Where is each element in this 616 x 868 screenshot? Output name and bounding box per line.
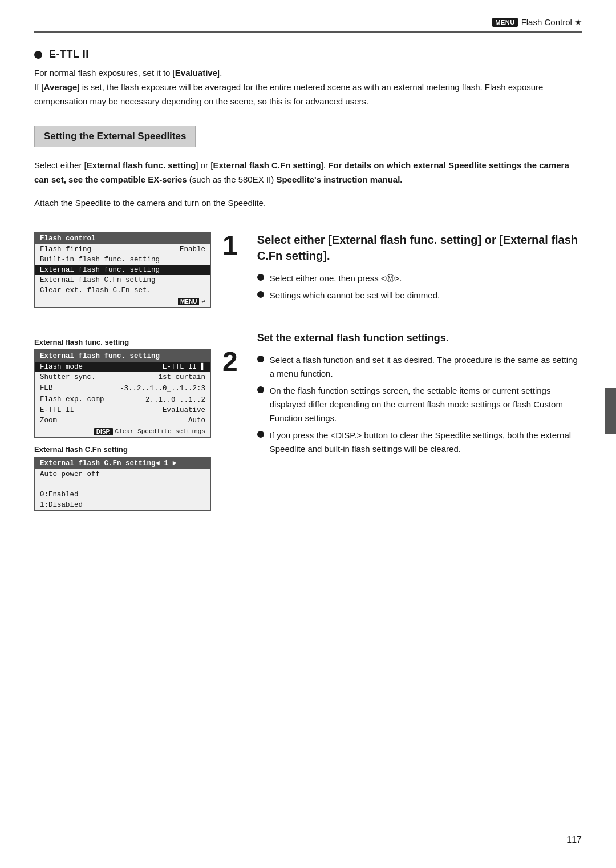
- label-flash-func: External flash func. setting: [34, 338, 211, 346]
- step1-number: 1: [222, 232, 238, 259]
- lcd3-row4: 1:Disabled: [35, 500, 210, 510]
- step2-bullet1-text: Select a flash function and set it as de…: [270, 353, 582, 381]
- lcd3-row3-label: 0:Enabled: [40, 491, 79, 499]
- lcd1-row2-label: Built-in flash func. setting: [40, 256, 160, 264]
- lcd2-footer: DISP. Clear Speedlite settings: [35, 426, 210, 437]
- step1-bullet1: Select either one, then press <Ⓜ>.: [257, 272, 582, 285]
- step2-bullet3-text: If you press the <DISP.> button to clear…: [270, 429, 582, 456]
- ettl-section: E-TTL II For normal flash exposures, set…: [34, 49, 582, 108]
- lcd1-row2: Built-in flash func. setting: [35, 255, 210, 265]
- ettl-header: E-TTL II: [34, 49, 582, 60]
- lcd2-row2: Shutter sync. 1st curtain: [35, 372, 210, 382]
- lcd2-footer-label: Clear Speedlite settings: [115, 428, 205, 435]
- lcd1-row3-selected: External flash func. setting: [35, 265, 210, 275]
- lcd1-row3-label: External flash func. setting: [40, 266, 160, 274]
- lcd3-title: External flash C.Fn setting◄ 1 ►: [35, 458, 210, 469]
- bullet-dot: [257, 291, 264, 298]
- lcd2-row4-label: Flash exp. comp: [40, 395, 104, 403]
- lcd1-footer-label: ↩: [201, 298, 205, 305]
- lcd2-row1-selected: Flash mode E-TTL II ▌: [35, 362, 210, 372]
- disp-small-icon: DISP.: [94, 428, 113, 435]
- lcd2-row6-value: Auto: [188, 417, 205, 425]
- lcd3-row2-label: [40, 481, 44, 488]
- step1-bullet2: Settings which cannot be set will be dim…: [257, 289, 582, 302]
- lcd-flash-control: Flash control Flash firing Enable Built-…: [34, 232, 211, 308]
- step1-heading: Select either [External flash func. sett…: [257, 232, 582, 264]
- menu-small-icon: MENU: [178, 298, 199, 305]
- lcd1-title: Flash control: [35, 233, 210, 244]
- lcd2-row5-label: E-TTL II: [40, 406, 74, 414]
- lcd1-row5: Clear ext. flash C.Fn set.: [35, 285, 210, 296]
- step1-bullet2-text: Settings which cannot be set will be dim…: [270, 289, 440, 302]
- page-header: MENU Flash Control ★: [34, 17, 582, 33]
- lcd3-row2: [35, 479, 210, 490]
- lcd2-row3-label: FEB: [40, 384, 53, 392]
- lcd2-row1-label: Flash mode: [40, 363, 83, 371]
- bullet-dot: [257, 386, 264, 393]
- menu-icon: MENU: [492, 18, 517, 27]
- step1-left: Flash control Flash firing Enable Built-…: [34, 232, 211, 314]
- lcd1-row5-label: Clear ext. flash C.Fn set.: [40, 286, 151, 294]
- step1-bullet1-text: Select either one, then press <Ⓜ>.: [270, 272, 402, 285]
- step2-left: External flash func. setting External fl…: [34, 331, 211, 517]
- lcd2-title: External flash func. setting: [35, 350, 210, 362]
- page-number: 117: [566, 835, 582, 845]
- lcd2-row2-value: 1st curtain: [158, 373, 205, 381]
- lcd2-row2-label: Shutter sync.: [40, 373, 96, 381]
- step2-bullets: Select a flash function and set it as de…: [257, 353, 582, 456]
- step2-heading: Set the external flash function settings…: [257, 331, 582, 345]
- lcd-cfn: External flash C.Fn setting◄ 1 ► Auto po…: [34, 457, 211, 511]
- ettl-line1: For normal flash exposures, set it to [E…: [34, 66, 582, 80]
- lcd1-footer: MENU ↩: [35, 296, 210, 307]
- step1-right: Select either [External flash func. sett…: [257, 232, 582, 306]
- lcd3-row3: 0:Enabled: [35, 490, 210, 500]
- section-banner: Setting the External Speedlites: [34, 126, 196, 147]
- lcd2-row5: E-TTL II Evaluative: [35, 405, 210, 415]
- lcd2-row4: Flash exp. comp ⁻2..1..0̲..1..2: [35, 394, 210, 405]
- ettl-line2: If [Average] is set, the flash exposure …: [34, 80, 582, 109]
- step2-row: External flash func. setting External fl…: [34, 331, 582, 517]
- bullet-icon: [34, 51, 42, 59]
- lcd1-row1-value: Enable: [180, 245, 205, 253]
- page-container: MENU Flash Control ★ E-TTL II For normal…: [0, 0, 616, 868]
- lcd2-row3-value: -3..2..1..0̲..1..2:3: [120, 383, 205, 393]
- step1-row: Flash control Flash firing Enable Built-…: [34, 232, 582, 314]
- lcd2-row6-label: Zoom: [40, 417, 57, 425]
- lcd3-row4-label: 1:Disabled: [40, 501, 83, 509]
- lcd1-row4: External flash C.Fn setting: [35, 275, 210, 285]
- bullet-dot: [257, 431, 264, 438]
- lcd1-row4-label: External flash C.Fn setting: [40, 276, 156, 284]
- ettl-title: E-TTL II: [49, 49, 89, 60]
- step2-bullet1: Select a flash function and set it as de…: [257, 353, 582, 381]
- label-cfn: External flash C.Fn setting: [34, 445, 211, 454]
- lcd1-row1-label: Flash firing: [40, 245, 91, 253]
- step1-bullets: Select either one, then press <Ⓜ>. Setti…: [257, 272, 582, 302]
- intro-text: Select either [External flash func. sett…: [34, 159, 582, 187]
- lcd1-row1: Flash firing Enable: [35, 244, 210, 255]
- step2-number: 2: [222, 348, 238, 376]
- step2-bullet2-text: On the flash function settings screen, t…: [270, 384, 582, 425]
- lcd2-row1-value: E-TTL II ▌: [163, 363, 205, 371]
- lcd2-row6: Zoom Auto: [35, 415, 210, 426]
- header-title: Flash Control ★: [521, 17, 582, 27]
- lcd2-row4-value: ⁻2..1..0̲..1..2: [141, 395, 205, 404]
- lcd2-row3: FEB -3..2..1..0̲..1..2:3: [35, 382, 210, 394]
- lcd3-row1-label: Auto power off: [40, 470, 100, 478]
- side-tab: [605, 388, 616, 434]
- lcd3-row1: Auto power off: [35, 469, 210, 479]
- lcd2-row5-value: Evaluative: [163, 406, 205, 414]
- step2-bullet3: If you press the <DISP.> button to clear…: [257, 429, 582, 456]
- attach-text: Attach the Speedlite to the camera and t…: [34, 196, 582, 220]
- step2-right: Set the external flash function settings…: [257, 331, 582, 459]
- step2-bullet2: On the flash function settings screen, t…: [257, 384, 582, 425]
- bullet-dot: [257, 274, 264, 281]
- lcd-flash-func: External flash func. setting Flash mode …: [34, 349, 211, 438]
- bullet-dot: [257, 356, 264, 362]
